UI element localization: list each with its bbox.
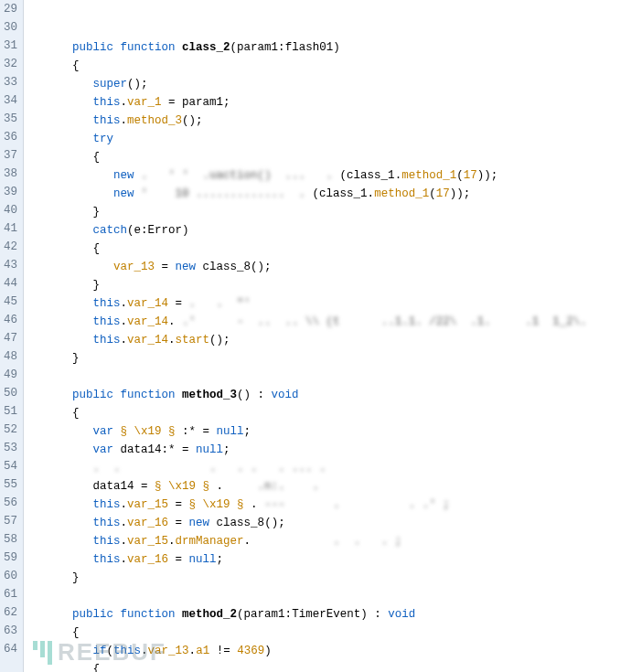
line-number: 34 bbox=[4, 91, 17, 110]
code-line: { bbox=[31, 240, 631, 258]
code-line bbox=[31, 587, 631, 605]
code-line: this.var_15 = § \x19 § . --- . . .' ; bbox=[31, 496, 631, 514]
code-line: public function method_3() : void bbox=[31, 386, 631, 404]
line-number: 60 bbox=[4, 567, 17, 585]
line-number: 51 bbox=[4, 402, 17, 421]
line-number: 44 bbox=[4, 274, 17, 293]
line-number: 45 bbox=[4, 293, 17, 311]
line-number: 31 bbox=[4, 37, 17, 55]
line-number: 39 bbox=[4, 183, 17, 201]
line-number: 48 bbox=[4, 347, 17, 366]
code-line: { bbox=[31, 624, 631, 642]
line-number: 58 bbox=[4, 530, 17, 549]
line-number: 53 bbox=[4, 439, 17, 457]
line-number: 62 bbox=[4, 603, 17, 622]
line-number: 41 bbox=[4, 219, 17, 238]
line-number: 63 bbox=[4, 622, 17, 640]
line-number: 36 bbox=[4, 128, 17, 146]
code-lines: REEBUF public function class_2(param1:fl… bbox=[24, 0, 631, 672]
line-number: 47 bbox=[4, 329, 17, 347]
line-number: 33 bbox=[4, 73, 17, 91]
line-number: 50 bbox=[4, 384, 17, 402]
code-line: try bbox=[31, 130, 631, 148]
code-line: this.var_1 = param1; bbox=[31, 93, 631, 112]
code-editor: 2930313233343536373839404142434445464748… bbox=[0, 0, 631, 672]
line-number: 56 bbox=[4, 494, 17, 512]
code-line: { bbox=[31, 57, 631, 75]
line-number: 46 bbox=[4, 311, 17, 329]
line-number: 40 bbox=[4, 201, 17, 219]
line-number: 37 bbox=[4, 146, 17, 165]
line-number: 49 bbox=[4, 366, 17, 384]
line-number: 29 bbox=[4, 0, 17, 18]
code-line: { bbox=[31, 148, 631, 166]
code-line: var data14:* = null; bbox=[31, 441, 631, 459]
code-line: this.var_14 = . . "' bbox=[31, 294, 631, 313]
code-line: if(this.var_13.a1 != 4369) bbox=[31, 642, 631, 660]
code-line: this.var_16 = new class_8(); bbox=[31, 514, 631, 532]
code-line: super(); bbox=[31, 75, 631, 93]
line-number: 59 bbox=[4, 549, 17, 567]
code-line: var § \x19 § :* = null; bbox=[31, 422, 631, 441]
line-number: 35 bbox=[4, 110, 17, 128]
code-line: } bbox=[31, 349, 631, 368]
code-line: } bbox=[31, 203, 631, 221]
code-line: { bbox=[31, 660, 631, 672]
code-line: . . . . . . ... . bbox=[31, 459, 631, 477]
code-line: new ' 10 ............. . (class_1.method… bbox=[31, 185, 631, 203]
code-line: public function class_2(param1:flash01) bbox=[31, 38, 631, 57]
code-line: data14 = § \x19 § . .n:. . bbox=[31, 477, 631, 496]
line-number: 55 bbox=[4, 475, 17, 494]
code-line: this.var_14. .' - .. .. \\ (t ..1.1. /22… bbox=[31, 313, 631, 331]
code-line: this.var_14.start(); bbox=[31, 331, 631, 349]
line-number: 52 bbox=[4, 421, 17, 439]
code-line bbox=[31, 368, 631, 386]
line-number: 38 bbox=[4, 165, 17, 183]
line-number-gutter: 2930313233343536373839404142434445464748… bbox=[0, 0, 24, 672]
line-number: 57 bbox=[4, 512, 17, 530]
code-line: this.method_3(); bbox=[31, 112, 631, 130]
code-line: var_13 = new class_8(); bbox=[31, 258, 631, 276]
code-line: this.var_16 = null; bbox=[31, 550, 631, 569]
code-line: } bbox=[31, 569, 631, 587]
code-line: } bbox=[31, 276, 631, 294]
code-line: new . ' ' .uaction() ... . (class_1.meth… bbox=[31, 166, 631, 185]
line-number: 43 bbox=[4, 256, 17, 274]
code-line: { bbox=[31, 404, 631, 422]
code-line: public function method_2(param1:TimerEve… bbox=[31, 605, 631, 624]
line-number: 64 bbox=[4, 640, 17, 658]
code-line: this.var_15.drmManager. . . . ; bbox=[31, 532, 631, 550]
line-number: 42 bbox=[4, 238, 17, 256]
line-number: 54 bbox=[4, 457, 17, 475]
code-line: catch(e:Error) bbox=[31, 221, 631, 240]
line-number: 30 bbox=[4, 18, 17, 37]
line-number: 61 bbox=[4, 585, 17, 603]
line-number: 32 bbox=[4, 55, 17, 73]
